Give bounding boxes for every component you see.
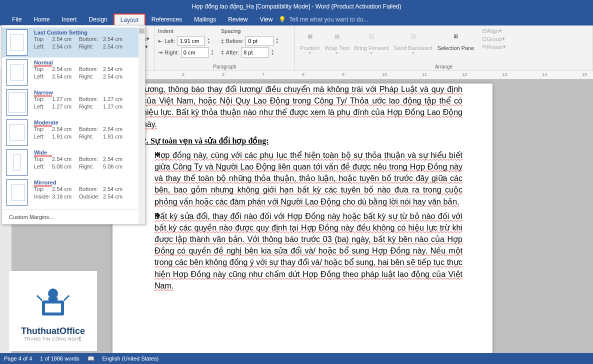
svg-point-9 [48,288,58,298]
menu-view[interactable]: View [254,14,279,25]
menu-references[interactable]: References [146,14,188,25]
menu-mailings[interactable]: Mailings [188,14,222,25]
bullet-text-1: Hợp đồng này, cùng với các phụ lục thể h… [154,151,462,206]
selection-pane-button[interactable]: ⊞Selection Pane [435,27,476,56]
status-bar: Page 4 of 4 1 of 1886 words 📖 English (U… [0,353,593,364]
wrap-text-button: ▤Wrap Text▼ [322,27,351,56]
status-page[interactable]: Page 4 of 4 [4,356,32,362]
margin-name: Moderate [34,120,58,126]
margin-option-last-custom-setting[interactable]: Last Custom Setting Top:2.54 cm Bottom:2… [2,28,145,58]
watermark-logo: ThuthuatOffice TRANG TIN CÔNG NGHỆ [9,271,97,351]
bullet-text-2: Bất kỳ sửa đổi, thay đổi nào đối với Hợp… [154,212,462,290]
brand-subtitle: TRANG TIN CÔNG NGHỆ [24,336,82,342]
body-paragraph: lương, thông báo thay đổi lương/ điều ch… [142,85,462,128]
send-backward-button: ◲Send Backward▼ [392,27,434,56]
spacing-after-icon: ‡ [221,50,224,56]
indent-label: Indent [158,28,214,34]
indent-left-input[interactable] [177,36,205,46]
bring-forward-icon: ◱ [364,28,380,44]
margin-option-narrow[interactable]: Narrow Top:1.27 cm Bottom:1.27 cm Left:1… [2,88,145,118]
margin-thumb-icon [6,60,28,86]
position-icon: ▦ [302,28,318,44]
brand-name: ThuthuatOffice [21,326,85,336]
margin-thumb-icon [6,90,28,116]
margin-thumb-icon [6,120,28,146]
spinner-icon[interactable]: ▲▼ [276,38,278,44]
send-backward-icon: ◲ [405,28,421,44]
wrap-text-icon: ▤ [329,28,345,44]
custom-margins-button[interactable]: Custom Margins... [2,210,145,224]
logo-icon [23,281,83,326]
arrange-label: Arrange [298,63,590,70]
margin-option-wide[interactable]: Wide Top:2.54 cm Bottom:2.54 cm Left:5.0… [2,148,145,178]
margin-name: Normal [34,60,53,66]
menu-design[interactable]: Design [82,14,113,25]
group-button: ⊡ Group ▾ [480,35,508,42]
spinner-icon[interactable]: ▲▼ [211,49,214,56]
spacing-after-input[interactable] [241,48,269,58]
indent-left-icon: ⇤ [158,38,162,44]
spacing-before-icon: ‡ [221,38,224,44]
spacing-label: Spacing [221,28,279,34]
margin-thumb-icon [6,30,28,56]
margin-name: Wide [34,150,47,156]
position-button: ▦Position▼ [298,27,322,56]
margin-option-normal[interactable]: Normal Top:2.54 cm Bottom:2.54 cm Left:2… [2,58,145,88]
margin-thumb-icon [6,180,28,206]
paragraph-label: Paragraph [158,63,292,70]
menu-insert[interactable]: Insert [56,14,82,25]
spellcheck-icon[interactable]: 📖 [88,356,94,362]
svg-rect-8 [45,304,61,312]
menu-file[interactable]: File [6,14,28,25]
margin-name: Last Custom Setting [34,30,88,36]
status-language[interactable]: English (United States) [102,356,159,362]
title-bar: Hợp đồng lao động_Ha [Compatibility Mode… [0,0,593,13]
spinner-icon[interactable]: ▲▼ [271,49,274,56]
margin-name: Mirrored [34,180,56,186]
menu-layout[interactable]: Layout [114,14,146,26]
margin-option-mirrored[interactable]: Mirrored Top:2.54 cm Bottom:2.54 cm Insi… [2,178,145,208]
align-button: ⊟ Align ▾ [480,27,508,34]
menu-review[interactable]: Review [222,14,254,25]
spacing-before-input[interactable] [246,36,274,46]
menu-home[interactable]: Home [28,14,56,25]
menu-bar: File Home Insert Design Layout Reference… [0,13,593,26]
align-icon: ⊟ [482,28,486,34]
margin-name: Narrow [34,90,53,96]
rotate-button: ⟳ Rotate ▾ [480,43,508,50]
rotate-icon: ⟳ [482,44,486,50]
group-icon: ⊡ [482,36,486,42]
selection-pane-icon: ⊞ [448,28,464,44]
window-title: Hợp đồng lao động_Ha [Compatibility Mode… [192,3,402,10]
margins-dropdown: Last Custom Setting Top:2.54 cm Bottom:2… [2,25,146,224]
page[interactable]: lương, thông báo thay đổi lương/ điều ch… [112,84,492,353]
bring-forward-button: ◱Bring Forward▼ [352,27,390,56]
tell-me-search[interactable]: 💡 Tell me what you want to do... [278,16,368,23]
margin-option-moderate[interactable]: Moderate Top:2.54 cm Bottom:2.54 cm Left… [2,118,145,148]
scrollbar[interactable] [138,26,145,224]
status-words[interactable]: 1 of 1886 words [40,356,79,362]
lightbulb-icon: 💡 [278,16,286,23]
spinner-icon[interactable]: ▲▼ [207,38,210,44]
indent-right-input[interactable] [181,48,209,58]
indent-right-icon: ⇥ [158,50,162,56]
section-heading: 2. Sự toàn vẹn và sửa đổi hợp đồng: [142,136,462,146]
margin-thumb-icon [6,150,28,176]
